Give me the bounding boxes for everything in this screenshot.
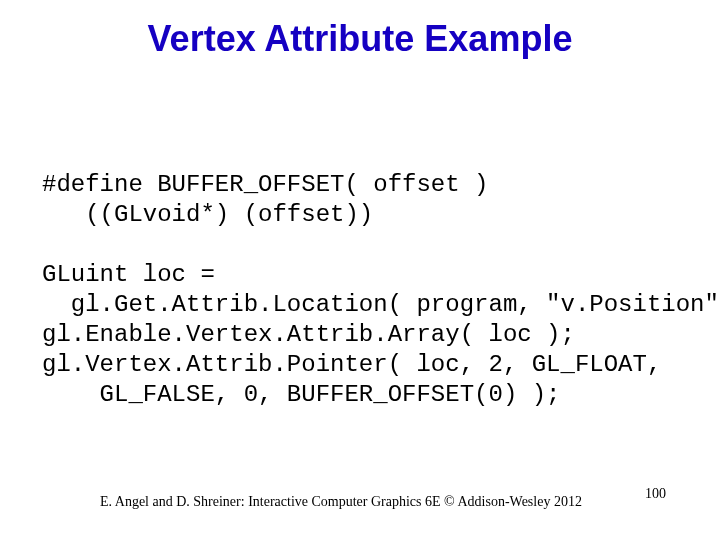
slide: Vertex Attribute Example #define BUFFER_… bbox=[0, 0, 720, 540]
footer-citation: E. Angel and D. Shreiner: Interactive Co… bbox=[100, 494, 582, 510]
page-title: Vertex Attribute Example bbox=[0, 18, 720, 60]
code-block: #define BUFFER_OFFSET( offset ) ((GLvoid… bbox=[42, 170, 708, 410]
page-number: 100 bbox=[645, 486, 666, 502]
